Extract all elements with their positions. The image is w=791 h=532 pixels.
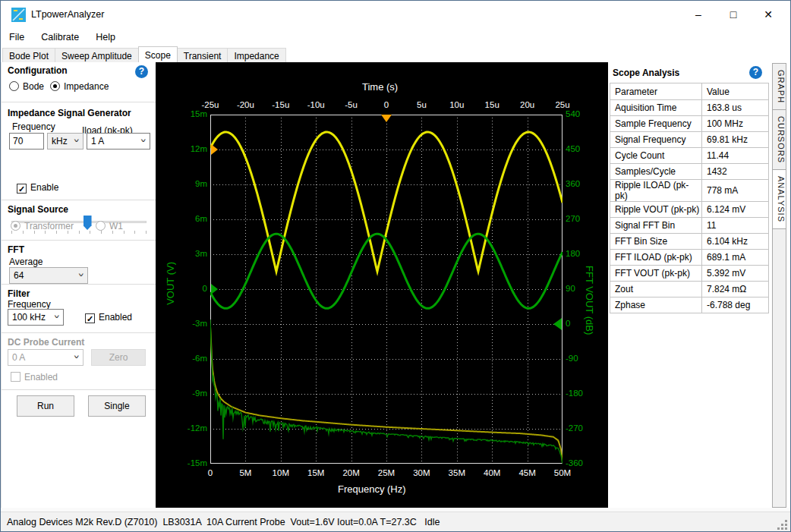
axis-tick-label: 0 bbox=[371, 100, 402, 109]
iload-level-marker[interactable] bbox=[211, 144, 218, 155]
iload-select[interactable]: 1 A∨ bbox=[87, 133, 150, 150]
tab-transient[interactable]: Transient bbox=[177, 48, 228, 62]
dc-probe-title: DC Probe Current bbox=[8, 337, 84, 348]
filter-enabled-checkbox[interactable]: ✓Enabled bbox=[85, 312, 132, 323]
param-cell: Ripple ILOAD (pk-pk) bbox=[610, 180, 702, 202]
generator-title: Impedance Signal Generator bbox=[8, 108, 131, 118]
table-row: FFT ILOAD (pk-pk)689.1 mA bbox=[610, 250, 769, 266]
run-button[interactable]: Run bbox=[17, 395, 74, 417]
maximize-button[interactable]: □ bbox=[716, 1, 751, 28]
checkbox-icon: ✓ bbox=[17, 184, 27, 194]
value-cell: 778 mA bbox=[702, 180, 769, 202]
enable-checkbox[interactable]: ✓Enable bbox=[17, 182, 58, 194]
param-cell: Cycle Count bbox=[610, 148, 702, 164]
axis-tick-label: 20u bbox=[512, 100, 543, 109]
axis-tick-label: -3m bbox=[175, 319, 207, 328]
table-header: ParameterValue bbox=[610, 83, 769, 100]
axis-tick-label: 25M bbox=[371, 468, 402, 477]
minimize-button[interactable]: – bbox=[681, 1, 716, 28]
dc-probe-select[interactable]: 0 A∨ bbox=[8, 349, 84, 366]
value-cell: 7.824 mΩ bbox=[702, 282, 769, 297]
column-header: Value bbox=[702, 83, 769, 100]
tab-scope[interactable]: Scope bbox=[138, 46, 178, 62]
menu-item-calibrate[interactable]: Calibrate bbox=[33, 30, 87, 45]
axis-tick-label: 5M bbox=[230, 468, 260, 477]
scope-canvas[interactable] bbox=[210, 115, 563, 464]
frequency-unit-select[interactable]: kHz∨ bbox=[47, 133, 84, 150]
zero-button[interactable]: Zero bbox=[91, 349, 146, 366]
axis-tick-label: 270 bbox=[566, 214, 596, 223]
average-label: Average bbox=[9, 257, 43, 267]
table-row: Signal FFT Bin11 bbox=[610, 218, 769, 234]
fft-zero-db-marker[interactable] bbox=[553, 318, 562, 330]
axis-tick-label: 360 bbox=[566, 179, 596, 188]
axis-tick-label: 90 bbox=[566, 284, 596, 293]
help-icon[interactable]: ? bbox=[749, 66, 762, 79]
source-radio-transformer[interactable]: Transformer bbox=[11, 221, 74, 231]
axis-tick-label: 0 bbox=[566, 319, 596, 328]
param-cell: FFT ILOAD (pk-pk) bbox=[610, 250, 702, 266]
resize-grip[interactable] bbox=[778, 521, 787, 530]
axis-tick-label: 0 bbox=[175, 284, 207, 293]
filter-frequency-select[interactable]: 100 kHz∨ bbox=[8, 309, 64, 326]
axis-tick-label: 450 bbox=[566, 144, 596, 153]
value-cell: -6.788 deg bbox=[702, 297, 769, 313]
table-row: Aquisition Time163.8 us bbox=[610, 100, 769, 116]
value-cell: 100 MHz bbox=[702, 116, 769, 132]
param-cell: Sample Frequency bbox=[610, 116, 702, 132]
status-text: Analog Devices M2k Rev.D (Z7010) LB3031A… bbox=[7, 517, 440, 527]
chevron-down-icon: ∨ bbox=[73, 137, 80, 143]
side-tab-strip: GRAPHCURSORSANALYSIS bbox=[772, 63, 786, 508]
axis-tick-label: -15u bbox=[266, 100, 296, 109]
menu-item-file[interactable]: File bbox=[1, 30, 33, 45]
chevron-down-icon: ∨ bbox=[77, 272, 85, 277]
source-radio-w1[interactable]: W1 bbox=[96, 221, 123, 231]
side-tab-cursors[interactable]: CURSORS bbox=[773, 110, 786, 170]
single-button[interactable]: Single bbox=[88, 395, 146, 417]
axis-tick-label: -270 bbox=[566, 423, 596, 433]
axis-tick-label: 10M bbox=[266, 468, 296, 477]
side-tab-graph[interactable]: GRAPH bbox=[773, 64, 786, 110]
table-row: Zphase-6.788 deg bbox=[610, 297, 769, 313]
time-cursor-marker[interactable] bbox=[381, 115, 392, 122]
table-row: Cycle Count11.44 bbox=[610, 148, 769, 164]
axis-tick-label: -5u bbox=[336, 100, 367, 109]
scope-plot: Time (s) Frequency (Hz) VOUT (V) FFT VOU… bbox=[156, 62, 608, 508]
radio-icon bbox=[96, 221, 106, 231]
side-tab-analysis[interactable]: ANALYSIS bbox=[773, 170, 786, 229]
radio-icon bbox=[50, 81, 60, 91]
axis-tick-label: 10u bbox=[442, 100, 472, 109]
axis-tick-label: 3m bbox=[175, 249, 207, 258]
status-bar: Analog Devices M2k Rev.D (Z7010) LB3031A… bbox=[1, 512, 790, 532]
value-cell: 11 bbox=[702, 218, 769, 234]
axis-tick-label: -20u bbox=[230, 100, 260, 109]
param-cell: Ripple VOUT (pk-pk) bbox=[610, 202, 702, 218]
analysis-table: ParameterValueAquisition Time163.8 usSam… bbox=[610, 83, 769, 313]
tab-bode-plot[interactable]: Bode Plot bbox=[2, 48, 55, 62]
axis-tick-label: 6m bbox=[175, 214, 207, 223]
param-cell: Aquisition Time bbox=[610, 100, 702, 116]
mode-radio-bode[interactable]: Bode bbox=[9, 81, 44, 92]
param-cell: Signal Frequency bbox=[610, 132, 702, 148]
close-button[interactable]: ✕ bbox=[751, 1, 786, 28]
vout-level-marker[interactable] bbox=[211, 284, 218, 294]
value-cell: 11.44 bbox=[702, 148, 769, 164]
axis-tick-label: 15M bbox=[301, 468, 331, 477]
axis-tick-label: -9m bbox=[175, 389, 207, 398]
dc-probe-enabled-checkbox[interactable]: Enabled bbox=[11, 372, 58, 382]
tab-impedance[interactable]: Impedance bbox=[227, 48, 285, 62]
table-row: Zout7.824 mΩ bbox=[610, 282, 769, 297]
app-icon bbox=[11, 8, 26, 22]
tab-sweep-amplitude[interactable]: Sweep Amplitude bbox=[55, 48, 139, 62]
mode-radio-impedance[interactable]: Impedance bbox=[50, 81, 109, 92]
filter-frequency-label: Frequency bbox=[8, 299, 51, 310]
menu-bar: FileCalibrateHelp bbox=[1, 28, 790, 46]
menu-item-help[interactable]: Help bbox=[87, 30, 124, 45]
table-row: Signal Frequency69.81 kHz bbox=[610, 132, 769, 148]
frequency-input[interactable] bbox=[9, 133, 44, 150]
chevron-down-icon: ∨ bbox=[140, 137, 147, 143]
fft-average-select[interactable]: 64∨ bbox=[9, 267, 88, 284]
help-icon[interactable]: ? bbox=[135, 65, 148, 78]
slider-thumb[interactable] bbox=[84, 216, 92, 230]
param-cell: Signal FFT Bin bbox=[610, 218, 702, 234]
